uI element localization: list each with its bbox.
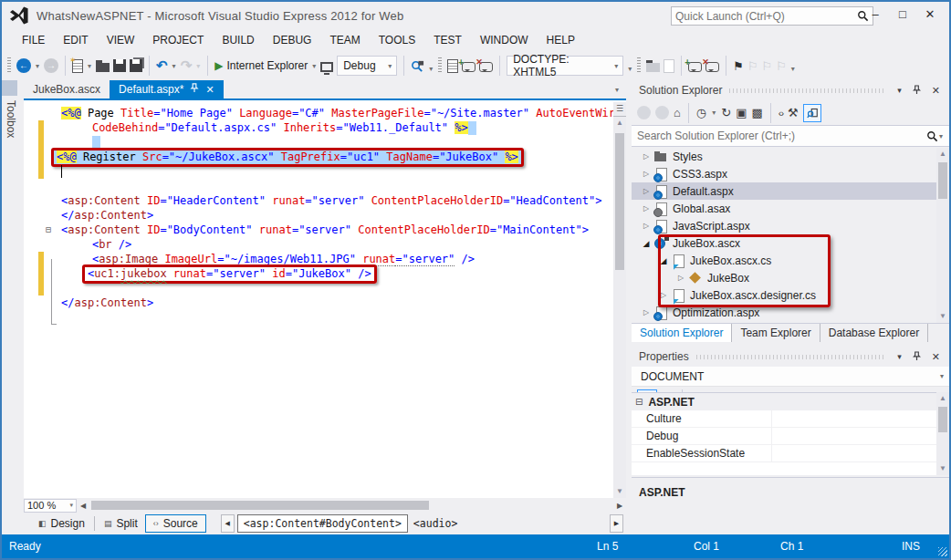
property-row[interactable]: Culture bbox=[632, 410, 936, 428]
tree-item-global-asax[interactable]: ▷Global.asax bbox=[632, 200, 936, 217]
zoom-select[interactable]: 100 % ▾ bbox=[24, 499, 77, 513]
view-code-icon[interactable]: ‹› bbox=[779, 108, 783, 119]
home-icon[interactable]: ⌂ bbox=[674, 106, 681, 119]
refresh-icon[interactable]: ↻ bbox=[721, 106, 731, 119]
resize-grip[interactable] bbox=[938, 547, 947, 556]
toolbar-overflow-icon[interactable]: ▾ bbox=[627, 59, 632, 73]
doctype-combo[interactable]: DOCTYPE: XHTML5 ▾ bbox=[507, 56, 623, 76]
save-icon[interactable] bbox=[113, 59, 126, 72]
tree-item-styles[interactable]: ▷Styles bbox=[632, 148, 936, 165]
menu-file[interactable]: FILE bbox=[13, 30, 54, 50]
zoom-dropdown-icon[interactable]: ▾ bbox=[69, 502, 73, 509]
menu-test[interactable]: TEST bbox=[424, 30, 471, 50]
expanded-expander-icon[interactable]: ◢ bbox=[639, 239, 653, 248]
hscroll-left-icon[interactable]: ◀ bbox=[77, 502, 89, 510]
solution-config-combo[interactable]: Debug ▾ bbox=[337, 56, 397, 76]
scroll-thumb[interactable] bbox=[938, 407, 947, 432]
title-bar[interactable]: WhatsNewASPNET - Microsoft Visual Studio… bbox=[2, 2, 949, 29]
category-aspnet[interactable]: ⊟ ASP.NET bbox=[632, 393, 936, 410]
remove-comment-icon[interactable]: ✕ bbox=[479, 62, 493, 72]
auto-hide-pin-icon[interactable] bbox=[907, 351, 926, 363]
tab-solution-explorer[interactable]: Solution Explorer bbox=[632, 324, 732, 342]
pending-changes-filter-icon[interactable]: ◷ bbox=[696, 106, 706, 119]
document-list-dropdown-icon[interactable]: ▾ bbox=[615, 80, 626, 99]
toolbox-tab[interactable]: Toolbox bbox=[5, 100, 17, 138]
property-row[interactable]: Debug bbox=[632, 428, 936, 445]
tree-item-css3-aspx[interactable]: ▷CSS3.aspx bbox=[632, 165, 936, 182]
open-file-icon[interactable] bbox=[96, 63, 110, 72]
tab-jukebox-ascx[interactable]: JukeBox.ascx bbox=[24, 80, 110, 99]
tag-breadcrumb-bodycontent[interactable]: <asp:Content#BodyContent> bbox=[237, 514, 408, 533]
new-file-dropdown-icon[interactable]: ▾ bbox=[87, 62, 92, 70]
menu-window[interactable]: WINDOW bbox=[471, 30, 538, 50]
new-file-icon[interactable]: ✶ bbox=[72, 59, 83, 73]
solution-search-box[interactable]: ▾ bbox=[632, 126, 949, 147]
source-view-button[interactable]: ‹› Source bbox=[145, 514, 206, 533]
scroll-up-icon[interactable]: ▲ bbox=[936, 148, 949, 161]
property-value[interactable] bbox=[772, 428, 936, 444]
collapsed-expander-icon[interactable]: ▷ bbox=[639, 187, 653, 195]
doctype-dropdown-icon[interactable]: ▾ bbox=[613, 62, 619, 70]
menu-edit[interactable]: EDIT bbox=[54, 30, 97, 50]
object-dropdown-icon[interactable]: ▾ bbox=[940, 372, 944, 380]
tab-default-aspx[interactable]: Default.aspx* ✕ bbox=[110, 80, 224, 99]
add-comment-icon[interactable]: + bbox=[462, 62, 476, 72]
find-in-files-icon[interactable] bbox=[411, 59, 424, 73]
config-dropdown-icon[interactable]: ▾ bbox=[387, 62, 392, 70]
tab-team-explorer[interactable]: Team Explorer bbox=[732, 324, 820, 342]
tree-scrollbar[interactable]: ▲ ▼ bbox=[936, 148, 949, 323]
toolbar-grip[interactable] bbox=[7, 57, 11, 74]
run-target-label[interactable]: Internet Explorer bbox=[226, 59, 308, 72]
tag-breadcrumb-audio[interactable]: <audio> bbox=[408, 515, 463, 532]
solution-search-input[interactable] bbox=[637, 130, 926, 142]
window-position-dropdown-icon[interactable]: ▾ bbox=[892, 86, 907, 95]
fold-collapse-icon[interactable]: ⊟ bbox=[46, 223, 57, 237]
editor-splitter-handle[interactable]: ☰ bbox=[613, 102, 626, 117]
pin-icon[interactable] bbox=[190, 83, 199, 96]
tree-item-jukebox-ascx-cs[interactable]: ◢JukeBox.ascx.cs bbox=[632, 252, 936, 269]
start-debug-icon[interactable]: ▶ bbox=[214, 59, 223, 72]
properties-header[interactable]: Properties ▾ ✕ bbox=[632, 347, 949, 367]
run-target-dropdown-icon[interactable]: ▾ bbox=[311, 62, 317, 70]
editor-hscrollbar[interactable] bbox=[89, 500, 613, 511]
menu-debug[interactable]: DEBUG bbox=[264, 30, 321, 50]
collapsed-expander-icon[interactable]: ▷ bbox=[639, 152, 653, 161]
browser-link-icon[interactable] bbox=[320, 62, 333, 72]
tree-item-jukebox-ascx[interactable]: ◢JukeBox.ascx bbox=[632, 234, 936, 252]
tree-item-jukebox[interactable]: ▷JukeBox bbox=[632, 269, 936, 286]
navigate-back-icon[interactable]: ← bbox=[16, 58, 31, 73]
scroll-down-icon[interactable]: ▼ bbox=[936, 310, 949, 323]
hscroll-thumb[interactable] bbox=[91, 501, 429, 510]
save-all-icon[interactable] bbox=[130, 59, 142, 72]
document-outline-icon[interactable] bbox=[447, 59, 458, 73]
undo-icon[interactable]: ↶ bbox=[156, 57, 168, 74]
scroll-up-icon[interactable]: ▲ bbox=[936, 392, 949, 405]
design-view-button[interactable]: ◧ Design bbox=[31, 515, 92, 532]
auto-hide-pin-icon[interactable] bbox=[907, 85, 926, 97]
property-row[interactable]: EnableSessionState bbox=[632, 445, 936, 462]
collapse-category-icon[interactable]: ⊟ bbox=[635, 397, 643, 407]
collapsed-expander-icon[interactable]: ▷ bbox=[639, 308, 653, 316]
back-dropdown-icon[interactable]: ▾ bbox=[35, 62, 40, 70]
object-selector[interactable]: DOCUMENT ▾ bbox=[632, 367, 949, 387]
tree-item-optimization-aspx[interactable]: ▷Optimization.aspx bbox=[632, 304, 936, 321]
window-position-dropdown-icon[interactable]: ▾ bbox=[892, 352, 907, 361]
menu-tools[interactable]: TOOLS bbox=[370, 30, 424, 50]
property-value[interactable] bbox=[772, 410, 936, 427]
solution-explorer-header[interactable]: Solution Explorer ▾ ✕ bbox=[632, 80, 949, 100]
add-comment-icon[interactable]: + bbox=[688, 62, 702, 72]
scroll-thumb[interactable] bbox=[615, 133, 624, 270]
bookmark-icon[interactable]: ⚑ bbox=[733, 59, 744, 73]
editor-vscrollbar[interactable]: ▲ ▼ bbox=[613, 117, 626, 498]
undo-dropdown-icon[interactable]: ▾ bbox=[172, 62, 177, 70]
collapsed-expander-icon[interactable]: ▷ bbox=[674, 274, 688, 282]
property-grid[interactable]: ⊟ ASP.NET Culture Debug EnableSessionSta… bbox=[632, 392, 936, 475]
close-panel-icon[interactable]: ✕ bbox=[926, 85, 946, 97]
grid-scrollbar[interactable]: ▲ ▼ bbox=[936, 392, 949, 475]
collapsed-expander-icon[interactable]: ▷ bbox=[639, 170, 653, 178]
toolbar-overflow-icon[interactable]: ▾ bbox=[790, 59, 795, 73]
search-dropdown-icon[interactable]: ▾ bbox=[938, 132, 944, 140]
remove-comment-icon[interactable]: ✕ bbox=[705, 62, 719, 72]
scroll-down-icon[interactable]: ▼ bbox=[936, 462, 949, 475]
tree-item-default-aspx[interactable]: ▷Default.aspx bbox=[632, 182, 936, 200]
